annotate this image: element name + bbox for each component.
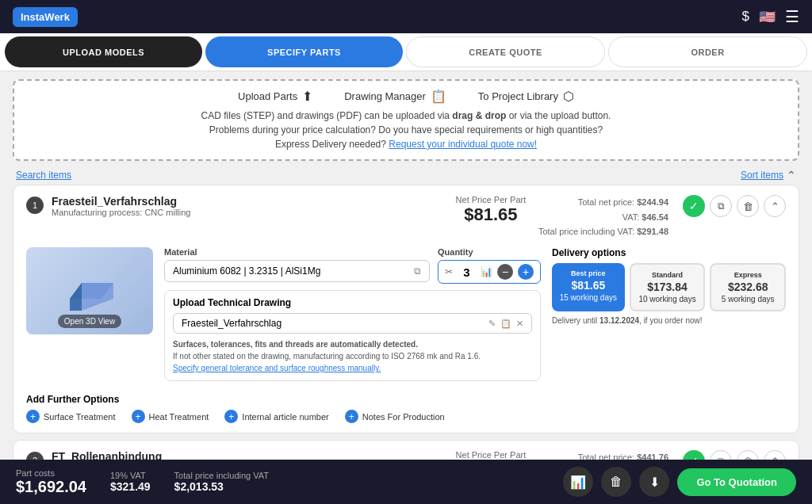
upload-icon: ⬆ (302, 89, 312, 104)
trash-btn[interactable]: 🗑 (601, 467, 631, 497)
best-price-card[interactable]: Best price $81.65 15 working days (552, 263, 625, 311)
delete-drawing-icon[interactable]: ✕ (516, 319, 523, 329)
svg-marker-2 (82, 283, 113, 311)
express-days: 5 working days (716, 295, 779, 304)
drawing-title: Upload Technical Drawing (173, 297, 532, 308)
pdf-icon: 📋 (431, 89, 446, 104)
drawing-note: Surfaces, tolerances, fits and threads a… (173, 338, 532, 374)
surface-treatment-btn[interactable]: + Surface Treatment (26, 410, 116, 423)
part-1-delete-btn[interactable]: 🗑 (737, 195, 759, 217)
material-label: Material (164, 247, 430, 257)
standard-price: $173.84 (636, 281, 699, 293)
logo: InstaWerk (13, 7, 78, 27)
part-1-price-label: Net Price Per Part (451, 195, 530, 204)
list-controls: Search items Sort items ⌃ (0, 166, 812, 185)
steps-nav: UPLOAD MODELS SPECIFY PARTS CREATE QUOTE… (0, 33, 812, 71)
quote-link[interactable]: Request your individual quote now! (389, 139, 537, 150)
drawing-manager-btn[interactable]: Drawing Manager 📋 (344, 89, 446, 104)
flag-icon: 🇺🇸 (759, 9, 776, 25)
notes-production-btn[interactable]: + Notes For Production (345, 410, 445, 423)
part-2-price-label: Net Price Per Part (451, 450, 530, 460)
total-label: Total price including VAT (174, 471, 269, 480)
delivery-options: Delivery options Best price $81.65 15 wo… (552, 247, 786, 386)
upload-pdf-icon: 📋 (500, 319, 511, 329)
standard-days: 10 working days (636, 295, 699, 304)
quantity-input[interactable]: ✂ 3 📊 − + (438, 260, 541, 284)
delivery-title: Delivery options (552, 247, 786, 258)
edit-icon: ✎ (488, 319, 496, 329)
project-library-btn[interactable]: To Project Library ⬡ (478, 89, 574, 104)
step-specify-parts[interactable]: SPECIFY PARTS (205, 36, 403, 67)
standard-label: Standard (636, 271, 699, 279)
express-card[interactable]: Express $232.68 5 working days (710, 263, 786, 311)
part-1-preview: Open 3D View (26, 247, 153, 386)
standard-card[interactable]: Standard $173.84 10 working days (630, 263, 706, 311)
drawing-file-input[interactable]: Fraesteil_Verfahrschlag ✎ 📋 ✕ (173, 313, 532, 334)
search-items-link[interactable]: Search items (16, 170, 71, 181)
part-1-totals: Total net price: $244.94 VAT: $46.54 Tot… (538, 195, 668, 239)
part-1-approve-btn[interactable]: ✓ (683, 195, 705, 217)
tolerance-link[interactable]: Specify general tolerance and surface ro… (173, 364, 381, 372)
qty-scissors-icon: ✂ (445, 266, 453, 277)
total-section: Total price including VAT $2,013.53 (174, 471, 269, 493)
bottom-bar: Part costs $1,692.04 19% VAT $321.49 Tot… (0, 460, 812, 504)
further-options: Add Further Options + Surface Treatment … (26, 394, 786, 423)
vat-label: 19% VAT (110, 471, 151, 480)
bar-chart-btn[interactable]: 📊 (563, 467, 593, 497)
library-icon: ⬡ (563, 89, 574, 104)
part-1-process: Manufacturing process: CNC milling (52, 208, 443, 217)
express-price: $232.68 (716, 281, 779, 293)
delivery-until: Delivery until 13.12.2024, if you order … (552, 316, 786, 325)
step-order[interactable]: ORDER (608, 36, 807, 67)
menu-icon[interactable]: ☰ (785, 7, 799, 26)
express-label: Express (716, 271, 779, 279)
step-create-quote[interactable]: CREATE QUOTE (406, 36, 605, 67)
vat-price: $321.49 (110, 480, 151, 493)
header: InstaWerk $ 🇺🇸 ☰ (0, 0, 812, 33)
svg-marker-1 (70, 283, 82, 311)
sort-items-link[interactable]: Sort items (741, 170, 783, 181)
open-3d-btn[interactable]: Open 3D View (26, 247, 153, 334)
download-btn[interactable]: ⬇ (639, 467, 669, 497)
quantity-label: Quantity (438, 247, 541, 257)
part-costs-section: Part costs $1,692.04 (16, 468, 86, 496)
part-1-price: $81.65 (451, 204, 530, 225)
upload-drawing-section: Upload Technical Drawing Fraesteil_Verfa… (164, 290, 541, 381)
vat-section: 19% VAT $321.49 (110, 471, 151, 493)
upload-desc: CAD files (STEP) and drawings (PDF) can … (30, 109, 782, 151)
part-costs-label: Part costs (16, 468, 86, 478)
part-card-1: 1 Fraesteil_Verfahrschlag Manufacturing … (13, 185, 799, 433)
article-number-btn[interactable]: + Internal article number (224, 410, 328, 423)
best-price: $81.65 (557, 279, 620, 292)
upload-parts-btn[interactable]: Upload Parts ⬆ (238, 89, 312, 104)
qty-minus-btn[interactable]: − (497, 264, 513, 280)
go-quotation-btn[interactable]: Go To Quotation (677, 468, 796, 496)
total-price: $2,013.53 (174, 480, 269, 493)
qty-number: 3 (458, 265, 476, 279)
3d-model-svg (54, 259, 125, 323)
best-days: 15 working days (557, 293, 620, 302)
chevron-up-icon[interactable]: ⌃ (787, 169, 796, 181)
part-1-copy-btn[interactable]: ⧉ (710, 195, 732, 217)
step-upload-models[interactable]: UPLOAD MODELS (5, 36, 202, 67)
dollar-icon[interactable]: $ (742, 9, 749, 25)
further-title: Add Further Options (26, 394, 786, 405)
material-input[interactable]: Aluminium 6082 | 3.2315 | AlSi1Mg ⧉ (164, 260, 430, 282)
part-costs-price: $1,692.04 (16, 478, 86, 496)
qty-plus-btn[interactable]: + (518, 264, 534, 280)
part-1-name: Fraesteil_Verfahrschlag (52, 195, 443, 208)
best-label: Best price (557, 269, 620, 277)
part-1-number: 1 (26, 197, 44, 214)
upload-area: Upload Parts ⬆ Drawing Manager 📋 To Proj… (13, 79, 799, 161)
open-3d-label[interactable]: Open 3D View (58, 315, 121, 328)
copy-icon: ⧉ (414, 265, 421, 277)
heat-treatment-btn[interactable]: + Heat Treatment (132, 410, 209, 423)
qty-chart-icon[interactable]: 📊 (481, 266, 492, 277)
part-1-collapse-btn[interactable]: ⌃ (764, 195, 786, 217)
